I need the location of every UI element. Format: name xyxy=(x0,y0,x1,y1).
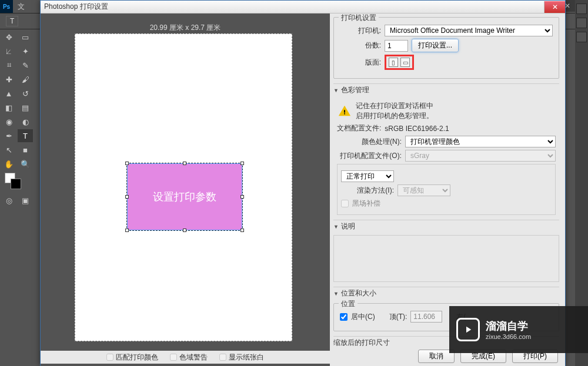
center-checkbox[interactable] xyxy=(340,313,348,321)
background-swatch[interactable] xyxy=(11,179,21,189)
color-swatches[interactable] xyxy=(1,172,33,193)
gamut-warning-checkbox[interactable]: 色域警告 xyxy=(170,352,208,362)
screen-mode-icon[interactable]: ▣ xyxy=(18,194,33,207)
shape-tool-icon[interactable]: ■ xyxy=(18,143,33,156)
tool-indicator[interactable]: T xyxy=(6,16,18,26)
orientation-portrait-icon[interactable]: ▯ xyxy=(389,58,398,67)
paper-white-checkbox[interactable]: 显示纸张白 xyxy=(219,352,264,362)
pen-tool-icon[interactable]: ✒ xyxy=(1,129,16,142)
hand-tool-icon[interactable]: ✋ xyxy=(1,157,16,170)
crop-tool-icon[interactable]: ⌗ xyxy=(1,59,16,72)
copies-input[interactable] xyxy=(385,40,408,52)
position-sub-title: 位置 xyxy=(339,299,358,309)
watermark-text: 溜溜自学 zixue.3d66.com xyxy=(486,319,531,340)
description-header[interactable]: ▼ 说明 xyxy=(333,220,559,233)
orientation-landscape-icon[interactable]: ▭ xyxy=(400,58,410,67)
warn-line1: 记住在打印设置对话框中 xyxy=(356,101,433,111)
resize-handle[interactable] xyxy=(240,229,244,232)
watermark-brand: 溜溜自学 xyxy=(486,319,531,333)
menu-file[interactable]: 文 xyxy=(13,2,29,12)
match-colors-checkbox[interactable]: 匹配打印颜色 xyxy=(106,352,158,362)
warn-line2: 启用打印机的色彩管理。 xyxy=(356,111,433,121)
play-icon xyxy=(456,318,480,341)
intent-select: 可感知 xyxy=(397,184,450,196)
history-brush-icon[interactable]: ↺ xyxy=(18,87,33,100)
preview-artwork[interactable]: 设置打印参数 xyxy=(127,163,242,230)
marquee-tool-icon[interactable]: ▭ xyxy=(18,31,33,43)
dialog-title: Photoshop 打印设置 xyxy=(44,2,108,12)
resize-handle[interactable] xyxy=(240,162,244,165)
preview-options-row: 匹配打印颜色 色域警告 显示纸张白 xyxy=(41,351,330,364)
printer-select[interactable]: Microsoft Office Document Image Writer xyxy=(385,25,553,36)
copies-label: 份数: xyxy=(340,41,381,51)
watermark-overlay: 溜溜自学 zixue.3d66.com xyxy=(449,306,588,353)
dock-panel-icon[interactable] xyxy=(576,32,587,42)
wand-tool-icon[interactable]: ✦ xyxy=(18,45,33,58)
stamp-tool-icon[interactable]: ▲ xyxy=(1,87,16,100)
printer-profile-select: sGray xyxy=(405,150,556,162)
gamut-label: 色域警告 xyxy=(179,352,208,362)
dock-panel-icon[interactable] xyxy=(576,18,587,28)
preview-dimensions-label: 20.99 厘米 x 29.7 厘米 xyxy=(150,23,221,33)
disclosure-triangle-icon: ▼ xyxy=(333,291,339,297)
position-size-title: 位置和大小 xyxy=(341,288,376,298)
preview-page: 设置打印参数 xyxy=(75,33,292,341)
type-tool-icon[interactable]: T xyxy=(18,129,33,142)
doc-profile-value: sRGB IEC61966-2.1 xyxy=(385,125,449,133)
description-box xyxy=(333,235,559,282)
resize-handle[interactable] xyxy=(125,195,129,199)
warning-icon xyxy=(337,103,352,119)
resize-handle[interactable] xyxy=(183,229,186,232)
description-title: 说明 xyxy=(341,221,355,231)
print-preview-panel: 20.99 厘米 x 29.7 厘米 设置打印参数 匹配打印颜色 xyxy=(41,14,330,366)
gamut-input[interactable] xyxy=(170,354,177,361)
printer-group-title: 打印机设置 xyxy=(339,14,379,23)
move-tool-icon[interactable]: ✥ xyxy=(1,31,16,43)
orientation-highlight: ▯ ▭ xyxy=(385,55,414,70)
blur-tool-icon[interactable]: ◉ xyxy=(1,115,16,128)
resize-handle[interactable] xyxy=(240,195,244,199)
zoom-tool-icon[interactable]: 🔍 xyxy=(18,157,33,170)
intent-label: 渲染方法(I): xyxy=(341,186,394,196)
disclosure-triangle-icon: ▼ xyxy=(333,224,339,230)
quickmask-icon[interactable]: ◎ xyxy=(1,194,16,207)
resize-handle[interactable] xyxy=(183,162,186,165)
center-label: 居中(C) xyxy=(351,312,375,322)
heal-tool-icon[interactable]: ✚ xyxy=(1,73,16,86)
ps-logo-icon: Ps xyxy=(0,0,13,13)
dialog-close-button[interactable]: ✕ xyxy=(544,1,565,13)
match-colors-input[interactable] xyxy=(106,354,113,361)
top-input xyxy=(410,311,442,323)
print-mode-select[interactable]: 正常打印 xyxy=(341,170,394,182)
artwork-text: 设置打印参数 xyxy=(153,190,216,204)
ps-toolbox: ✥ ▭ ⟀ ✦ ⌗ ✎ ✚ 🖌 ▲ ↺ ◧ ▤ ◉ ◐ ✒ T ↖ ■ ✋ 🔍 … xyxy=(0,29,34,208)
color-mgmt-title: 色彩管理 xyxy=(341,85,369,95)
bpc-checkbox xyxy=(341,200,349,207)
resize-handle[interactable] xyxy=(125,229,129,232)
color-handling-select[interactable]: 打印机管理颜色 xyxy=(405,136,556,147)
printer-label: 打印机: xyxy=(340,26,381,36)
dodge-tool-icon[interactable]: ◐ xyxy=(18,115,33,128)
path-sel-icon[interactable]: ↖ xyxy=(1,143,16,156)
orientation-label: 版面: xyxy=(340,58,381,68)
watermark-url: zixue.3d66.com xyxy=(486,333,531,340)
gradient-tool-icon[interactable]: ▤ xyxy=(18,101,33,114)
lasso-tool-icon[interactable]: ⟀ xyxy=(1,45,16,58)
doc-profile-label: 文档配置文件: xyxy=(337,123,381,133)
position-size-header[interactable]: ▼ 位置和大小 xyxy=(333,287,559,300)
paper-white-input[interactable] xyxy=(219,354,226,361)
match-colors-label: 匹配打印颜色 xyxy=(116,352,158,362)
resize-handle[interactable] xyxy=(125,162,129,165)
dialog-titlebar[interactable]: Photoshop 打印设置 ✕ xyxy=(41,1,565,14)
printer-profile-label: 打印机配置文件(O): xyxy=(337,151,402,161)
eyedropper-tool-icon[interactable]: ✎ xyxy=(18,59,33,72)
printer-settings-group: 打印机设置 打印机: Microsoft Office Document Ima… xyxy=(333,17,559,79)
handling-label: 颜色处理(N): xyxy=(337,137,402,147)
dialog-window-controls: ✕ xyxy=(544,1,565,13)
eraser-tool-icon[interactable]: ◧ xyxy=(1,101,16,114)
print-settings-button[interactable]: 打印设置... xyxy=(412,39,459,52)
disclosure-triangle-icon: ▼ xyxy=(333,88,339,93)
dock-panel-icon[interactable] xyxy=(576,4,587,14)
brush-tool-icon[interactable]: 🖌 xyxy=(18,73,33,86)
color-mgmt-header[interactable]: ▼ 色彩管理 xyxy=(333,83,559,96)
